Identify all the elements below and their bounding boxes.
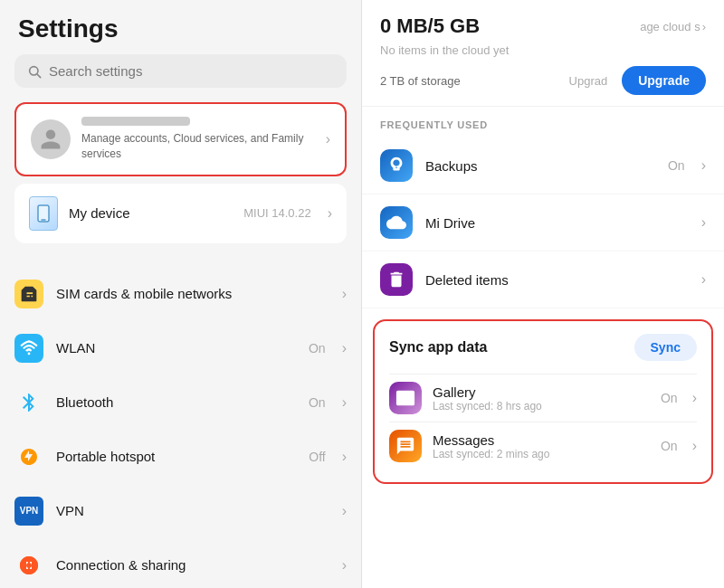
sync-item-gallery[interactable]: Gallery Last synced: 8 hrs ago On › xyxy=(389,374,697,422)
deleted-label: Deleted items xyxy=(425,272,672,288)
connection-icon xyxy=(14,551,43,580)
connection-chevron: › xyxy=(342,557,347,574)
messages-value: On xyxy=(661,439,678,453)
search-icon xyxy=(27,64,42,79)
my-device-row[interactable]: My device MIUI 14.0.22 › xyxy=(14,184,347,243)
backups-value: On xyxy=(668,158,685,173)
hotspot-chevron: › xyxy=(342,449,347,465)
search-bar[interactable] xyxy=(14,54,347,88)
menu-item-bluetooth[interactable]: Bluetooth On › xyxy=(0,375,361,430)
messages-time: Last synced: 2 mins ago xyxy=(433,448,650,460)
my-device-label: My device xyxy=(69,205,233,221)
messages-info: Messages Last synced: 2 mins ago xyxy=(433,432,650,460)
backups-label: Backups xyxy=(425,158,655,174)
bluetooth-icon xyxy=(14,388,43,417)
account-name-blurred xyxy=(81,117,190,126)
sync-header: Sync app data Sync xyxy=(389,334,697,361)
menu-item-connection[interactable]: Connection & sharing › xyxy=(0,538,361,588)
deleted-chevron: › xyxy=(701,271,706,288)
storage-amount: 0 MB/5 GB xyxy=(380,14,480,38)
sync-section: Sync app data Sync Gallery Last synced: … xyxy=(373,319,713,484)
backups-icon xyxy=(380,149,413,182)
person-icon xyxy=(39,128,62,151)
storage-size-label: 2 TB of storage xyxy=(380,74,461,88)
my-device-version: MIUI 14.0.22 xyxy=(243,206,310,220)
age-cloud-link[interactable]: age cloud s › xyxy=(640,20,706,33)
frequently-used-label: FREQUENTLY USED xyxy=(362,107,724,138)
sim-chevron: › xyxy=(342,286,347,302)
deleted-icon xyxy=(380,263,413,296)
wlan-value: On xyxy=(309,341,326,356)
page-title: Settings xyxy=(0,14,361,54)
bluetooth-chevron: › xyxy=(342,394,347,411)
hotspot-label: Portable hotspot xyxy=(56,449,296,464)
sync-title: Sync app data xyxy=(389,339,487,356)
midrive-label: Mi Drive xyxy=(425,215,672,231)
hotspot-value: Off xyxy=(309,450,325,464)
backups-chevron: › xyxy=(701,157,706,174)
right-panel: 0 MB/5 GB age cloud s › No items in the … xyxy=(362,0,724,588)
vpn-label: VPN xyxy=(56,503,329,518)
right-menu-item-backups[interactable]: Backups On › xyxy=(362,138,724,194)
sim-label: SIM cards & mobile networks xyxy=(56,286,329,301)
vpn-chevron: › xyxy=(342,503,347,519)
messages-icon xyxy=(389,430,422,462)
svg-line-1 xyxy=(37,74,41,78)
gallery-info: Gallery Last synced: 8 hrs ago xyxy=(433,384,650,413)
device-icon xyxy=(29,196,58,231)
phone-icon xyxy=(37,204,50,223)
bluetooth-value: On xyxy=(309,395,326,410)
account-info: Manage accounts, Cloud services, and Fam… xyxy=(81,117,315,162)
menu-item-vpn[interactable]: VPN VPN › xyxy=(0,484,361,538)
left-panel: Settings Manage accounts, Cloud services… xyxy=(0,0,362,588)
sync-item-messages[interactable]: Messages Last synced: 2 mins ago On › xyxy=(389,422,697,469)
menu-item-sim[interactable]: SIM cards & mobile networks › xyxy=(0,267,361,321)
wlan-chevron: › xyxy=(342,340,347,356)
gallery-name: Gallery xyxy=(433,384,650,400)
menu-item-hotspot[interactable]: Portable hotspot Off › xyxy=(0,430,361,484)
wlan-icon xyxy=(14,334,43,363)
midrive-icon xyxy=(380,206,413,239)
messages-chevron: › xyxy=(692,438,697,454)
account-card[interactable]: Manage accounts, Cloud services, and Fam… xyxy=(14,102,347,176)
account-chevron: › xyxy=(326,131,330,147)
bluetooth-label: Bluetooth xyxy=(56,394,296,410)
my-device-chevron: › xyxy=(328,205,332,222)
storage-header: 0 MB/5 GB age cloud s › No items in the … xyxy=(362,0,724,107)
menu-item-wlan[interactable]: WLAN On › xyxy=(0,321,361,375)
avatar xyxy=(31,119,71,159)
sync-button[interactable]: Sync xyxy=(634,334,697,361)
gallery-icon xyxy=(389,382,422,414)
wlan-label: WLAN xyxy=(56,340,296,356)
right-menu-item-midrive[interactable]: Mi Drive › xyxy=(362,194,724,251)
gallery-value: On xyxy=(661,391,678,405)
messages-name: Messages xyxy=(433,432,650,448)
hotspot-icon xyxy=(14,442,43,471)
midrive-chevron: › xyxy=(701,214,706,231)
account-description: Manage accounts, Cloud services, and Fam… xyxy=(81,131,315,162)
gallery-time: Last synced: 8 hrs ago xyxy=(433,400,650,413)
gallery-chevron: › xyxy=(692,390,697,406)
search-input[interactable] xyxy=(49,63,334,79)
vpn-icon: VPN xyxy=(14,497,43,526)
sim-icon xyxy=(14,280,43,308)
upgrade-button[interactable]: Upgrade xyxy=(622,66,706,95)
right-menu-item-deleted[interactable]: Deleted items › xyxy=(362,251,724,308)
connection-label: Connection & sharing xyxy=(56,557,329,573)
cloud-chevron: › xyxy=(702,20,706,33)
no-items-text: No items in the cloud yet xyxy=(380,43,706,57)
upgrade-label: Upgrad xyxy=(569,74,608,88)
